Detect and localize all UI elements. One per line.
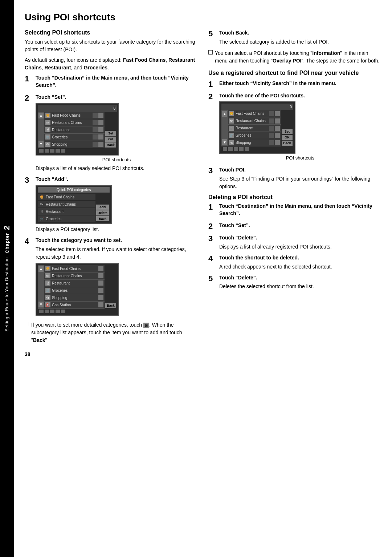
step-2-label: Touch “Set”. [36,94,197,101]
book-icon [275,126,280,131]
left-column: Selecting POI shortcuts You can select u… [25,29,197,546]
page-title: Using POI shortcuts [25,12,381,23]
grocery-icon: 🛒 [39,216,44,221]
step-2-body: Displays a list of already selected POI … [36,165,197,172]
book-icon [98,127,103,132]
step-5-label: Touch Back. [219,29,381,37]
del-step-5-content: Touch “Delete”. Deletes the selected sho… [219,274,381,291]
set-button-r[interactable]: Set [282,129,293,134]
deleting-section-heading: Deleting a POI shortcut [208,194,381,201]
del-step-5-body: Deletes the selected shortcut from the l… [219,283,381,290]
scroll-buttons: ▲ ▼ [38,265,44,309]
poi-items-list-r: 🍔 Fast Food Chains 🍽 Restaurant Chains [228,110,281,146]
delete-button[interactable]: Delete [96,210,109,215]
intro-text: You can select up to six shortcuts to yo… [25,38,197,53]
scroll-down-r[interactable]: ▼ [222,139,227,145]
nav-icon-4 [56,310,60,313]
step-1-label: Touch “Destination” in the Main menu, an… [36,74,197,89]
list-item: 🍔 Fast Food Chains [38,194,95,200]
section-title: Setting a Route to Your Destination [4,257,9,331]
check-box [269,133,274,138]
note-text: If you want to set more detailed categor… [31,321,197,344]
scroll-up[interactable]: ▲ [38,266,44,272]
del-step-4-label: Touch the shortcut to be deleted. [219,254,381,262]
shop-icon: 🛍 [45,295,50,300]
ok-button[interactable]: OK [105,137,116,142]
quick-screen-wrapper: 🍔 Fast Food Chains 🍽 Restaurant Chains [38,194,110,222]
step-3-content: Touch “Add”. Quick POI categories 🍔 Fast… [36,176,197,234]
selecting-section-heading: Selecting POI shortcuts [25,29,197,36]
step-2-num: 2 [25,94,34,102]
book-icon [98,113,103,118]
list-item: 🛒 Groceries [38,215,95,222]
scroll-up-r[interactable]: ▲ [222,111,227,117]
right-step-3-content: Touch POI. See Step 3 of “Finding a POI … [219,166,381,190]
del-step-1-label: Touch “Destination” in the Main menu, an… [219,203,381,217]
scroll-down[interactable]: ▼ [38,141,44,147]
list-item: 🍽 Restaurant Chains [38,201,95,207]
screen-header-r: 0 [221,104,293,110]
gas-icon: ⛽ [45,302,50,307]
del-step-4-body: A red check appears next to the selected… [219,263,381,271]
shop-icon: 🛍 [229,140,234,145]
restaurant-icon: 🍽 [45,120,50,125]
step-2-content: Touch “Set”. 0 ▲ ▼ [36,94,197,172]
subsection-heading: Use a registered shortcut to find POI ne… [208,70,381,76]
note-box-1: If you want to set more detailed categor… [25,321,197,344]
step-1-num: 1 [25,74,34,83]
list-item: 🛍 Shopping [44,141,105,148]
right-step-3-num: 3 [208,166,218,175]
food-icon: 🍔 [39,194,44,199]
book-icon [98,288,103,293]
ok-button-r[interactable]: OK [282,135,293,140]
step-5-left: 5 Touch Back. The selected category is a… [208,29,381,46]
page-number: 38 [25,351,197,357]
back-button-r[interactable]: Back [282,141,293,146]
right-step-2-label: Touch the one of the POI shortcuts. [219,92,381,100]
right-step-1: 1 Either touch “Vicinity Search” in the … [208,80,381,89]
side-buttons-r: Set OK Back [281,110,293,146]
default-bold: Fast Food Chains [123,57,166,63]
book-icon [98,120,103,125]
side-buttons: Set OK Back [105,112,117,148]
poi-shortcuts-screen-2: 0 ▲ ▼ 🍔 Fast Food Chain [219,101,295,154]
scroll-up[interactable]: ▲ [38,113,44,118]
del-step-4-content: Touch the shortcut to be deleted. A red … [219,254,381,271]
list-item: 🍔 Fast Food Chains [228,110,281,117]
right-step-3: 3 Touch POI. See Step 3 of “Finding a PO… [208,166,381,190]
add-button[interactable]: Add [96,205,109,210]
set-button[interactable]: Set [105,131,116,136]
default-text: As default setting, four icons are displ… [25,56,197,72]
book-icon [275,140,280,145]
right-step-2-num: 2 [208,92,218,101]
back-button[interactable]: Back [96,216,109,221]
food-icon: 🍔 [45,113,50,118]
scroll-down[interactable]: ▼ [38,302,44,307]
right-step-3-label: Touch POI. [219,166,381,174]
nav-icon-2 [45,149,49,153]
step-5-content: Touch Back. The selected category is add… [219,29,381,46]
del-step-2-num: 2 [208,222,218,231]
back-button[interactable]: Back [105,142,116,148]
step-4-label: Touch the category you want to set. [36,237,197,244]
check-box [269,126,274,131]
step-1-content: Touch “Destination” in the Main menu, an… [36,74,197,90]
restaurant-icon: 🍽 [229,118,234,124]
step-3: 3 Touch “Add”. Quick POI categories 🍔 [25,176,197,234]
step-5-num: 5 [208,29,218,38]
list-item: 🛍 Shopping [228,139,281,146]
rest-icon: 🍴 [45,127,50,132]
scroll-area-r: ▲ ▼ 🍔 Fast Food Chains [221,110,293,146]
step-1: 1 Touch “Destination” in the Main menu, … [25,74,197,90]
screen-header: 0 [38,105,117,112]
right-step-1-num: 1 [208,80,218,89]
back-button[interactable]: Back [105,303,116,308]
step-3-num: 3 [25,176,34,185]
grocery-icon: 🛒 [45,134,50,140]
list-item: ⛽ Gas Station [44,302,105,309]
note-checkbox [25,322,29,326]
check-box [269,140,274,145]
nav-icon-2 [45,310,49,313]
restaurant-bold: Restaurant [44,65,71,70]
bottom-bar-r [221,146,293,152]
